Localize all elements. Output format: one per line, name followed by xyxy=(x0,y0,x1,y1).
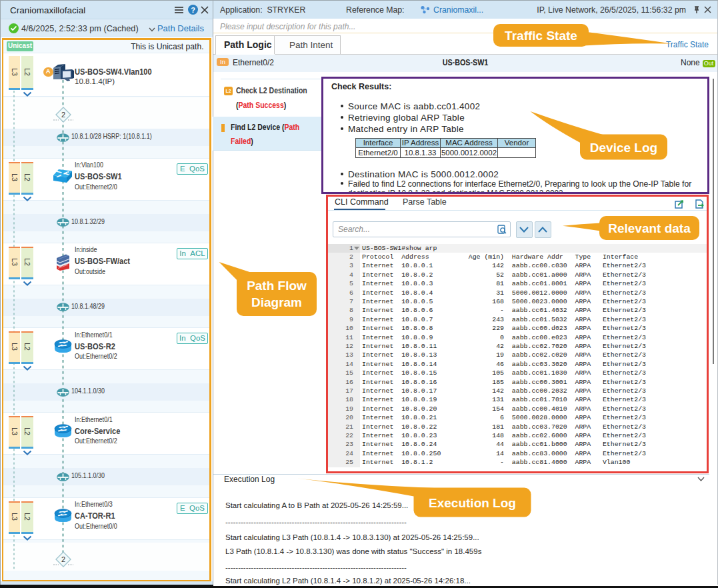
svg-text:2: 2 xyxy=(61,555,65,563)
svg-text:2: 2 xyxy=(61,111,65,119)
